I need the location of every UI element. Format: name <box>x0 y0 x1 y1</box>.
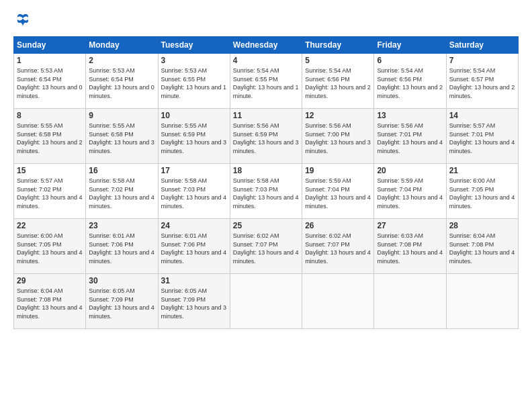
calendar-cell[interactable]: 10 Sunrise: 5:55 AMSunset: 6:59 PMDaylig… <box>158 109 230 164</box>
calendar-cell[interactable] <box>302 274 374 329</box>
calendar-cell[interactable]: 23 Sunrise: 6:01 AMSunset: 7:06 PMDaylig… <box>86 219 158 274</box>
calendar-cell[interactable]: 13 Sunrise: 5:56 AMSunset: 7:01 PMDaylig… <box>374 109 446 164</box>
day-number: 11 <box>233 111 299 120</box>
day-number: 17 <box>161 166 227 175</box>
calendar-cell[interactable]: 25 Sunrise: 6:02 AMSunset: 7:07 PMDaylig… <box>230 219 302 274</box>
day-number: 29 <box>17 276 83 285</box>
calendar-cell[interactable]: 6 Sunrise: 5:54 AMSunset: 6:56 PMDayligh… <box>374 54 446 109</box>
cell-info: Sunrise: 5:58 AMSunset: 7:02 PMDaylight:… <box>89 177 154 210</box>
cell-info: Sunrise: 6:00 AMSunset: 7:05 PMDaylight:… <box>17 232 83 265</box>
day-number: 18 <box>233 166 299 175</box>
day-number: 20 <box>377 166 443 175</box>
cell-info: Sunrise: 5:53 AMSunset: 6:55 PMDaylight:… <box>161 67 227 99</box>
day-number: 1 <box>17 56 83 65</box>
header <box>13 12 519 31</box>
cell-info: Sunrise: 5:58 AMSunset: 7:03 PMDaylight:… <box>161 177 227 210</box>
day-number: 23 <box>89 221 154 230</box>
calendar-cell[interactable]: 28 Sunrise: 6:04 AMSunset: 7:08 PMDaylig… <box>446 219 518 274</box>
day-number: 24 <box>161 221 227 230</box>
calendar-cell[interactable]: 1 Sunrise: 5:53 AMSunset: 6:54 PMDayligh… <box>14 54 86 109</box>
cell-info: Sunrise: 6:02 AMSunset: 7:07 PMDaylight:… <box>233 232 299 265</box>
calendar-cell[interactable]: 7 Sunrise: 5:54 AMSunset: 6:57 PMDayligh… <box>446 54 518 109</box>
col-header-thursday: Thursday <box>302 37 374 54</box>
day-number: 4 <box>233 56 299 65</box>
day-number: 3 <box>161 56 227 65</box>
calendar-cell[interactable]: 16 Sunrise: 5:58 AMSunset: 7:02 PMDaylig… <box>86 164 158 219</box>
calendar-cell[interactable]: 3 Sunrise: 5:53 AMSunset: 6:55 PMDayligh… <box>158 54 230 109</box>
cell-info: Sunrise: 5:54 AMSunset: 6:56 PMDaylight:… <box>377 67 443 99</box>
cell-info: Sunrise: 5:54 AMSunset: 6:56 PMDaylight:… <box>305 67 371 99</box>
calendar-cell[interactable]: 8 Sunrise: 5:55 AMSunset: 6:58 PMDayligh… <box>14 109 86 164</box>
day-number: 26 <box>305 221 371 230</box>
day-number: 27 <box>377 221 443 230</box>
calendar-cell[interactable]: 22 Sunrise: 6:00 AMSunset: 7:05 PMDaylig… <box>14 219 86 274</box>
logo-bird-icon <box>13 12 32 31</box>
cell-info: Sunrise: 5:53 AMSunset: 6:54 PMDaylight:… <box>17 67 83 99</box>
day-number: 12 <box>305 111 371 120</box>
cell-info: Sunrise: 5:56 AMSunset: 7:00 PMDaylight:… <box>305 122 371 154</box>
day-number: 22 <box>17 221 83 230</box>
cell-info: Sunrise: 6:00 AMSunset: 7:05 PMDaylight:… <box>449 177 515 210</box>
day-number: 5 <box>305 56 371 65</box>
cell-info: Sunrise: 6:05 AMSunset: 7:09 PMDaylight:… <box>161 287 227 320</box>
cell-info: Sunrise: 5:54 AMSunset: 6:55 PMDaylight:… <box>233 67 299 99</box>
calendar-cell[interactable]: 18 Sunrise: 5:58 AMSunset: 7:03 PMDaylig… <box>230 164 302 219</box>
cell-info: Sunrise: 5:59 AMSunset: 7:04 PMDaylight:… <box>305 177 371 210</box>
cell-info: Sunrise: 6:05 AMSunset: 7:09 PMDaylight:… <box>89 287 154 320</box>
col-header-tuesday: Tuesday <box>158 37 230 54</box>
day-number: 13 <box>377 111 443 120</box>
col-header-saturday: Saturday <box>446 37 518 54</box>
cell-info: Sunrise: 6:03 AMSunset: 7:08 PMDaylight:… <box>377 232 443 265</box>
calendar-cell[interactable]: 24 Sunrise: 6:01 AMSunset: 7:06 PMDaylig… <box>158 219 230 274</box>
calendar-cell[interactable]: 27 Sunrise: 6:03 AMSunset: 7:08 PMDaylig… <box>374 219 446 274</box>
day-number: 9 <box>89 111 154 120</box>
calendar-cell[interactable]: 17 Sunrise: 5:58 AMSunset: 7:03 PMDaylig… <box>158 164 230 219</box>
day-number: 25 <box>233 221 299 230</box>
day-number: 28 <box>449 221 515 230</box>
day-number: 16 <box>89 166 154 175</box>
calendar-cell[interactable]: 11 Sunrise: 5:56 AMSunset: 6:59 PMDaylig… <box>230 109 302 164</box>
day-number: 6 <box>377 56 443 65</box>
day-number: 15 <box>17 166 83 175</box>
calendar-cell[interactable]: 12 Sunrise: 5:56 AMSunset: 7:00 PMDaylig… <box>302 109 374 164</box>
calendar-cell[interactable]: 21 Sunrise: 6:00 AMSunset: 7:05 PMDaylig… <box>446 164 518 219</box>
col-header-monday: Monday <box>86 37 158 54</box>
calendar-cell[interactable]: 14 Sunrise: 5:57 AMSunset: 7:01 PMDaylig… <box>446 109 518 164</box>
calendar-week-row: 8 Sunrise: 5:55 AMSunset: 6:58 PMDayligh… <box>14 109 519 164</box>
day-number: 14 <box>449 111 515 120</box>
cell-info: Sunrise: 5:55 AMSunset: 6:58 PMDaylight:… <box>89 122 154 154</box>
calendar-week-row: 1 Sunrise: 5:53 AMSunset: 6:54 PMDayligh… <box>14 54 519 109</box>
cell-info: Sunrise: 5:57 AMSunset: 7:02 PMDaylight:… <box>17 177 83 210</box>
calendar-week-row: 15 Sunrise: 5:57 AMSunset: 7:02 PMDaylig… <box>14 164 519 219</box>
calendar-cell[interactable]: 26 Sunrise: 6:02 AMSunset: 7:07 PMDaylig… <box>302 219 374 274</box>
day-number: 10 <box>161 111 227 120</box>
cell-info: Sunrise: 5:56 AMSunset: 6:59 PMDaylight:… <box>233 122 299 154</box>
day-number: 30 <box>89 276 154 285</box>
calendar-cell[interactable]: 19 Sunrise: 5:59 AMSunset: 7:04 PMDaylig… <box>302 164 374 219</box>
calendar-cell[interactable]: 20 Sunrise: 5:59 AMSunset: 7:04 PMDaylig… <box>374 164 446 219</box>
calendar-header-row: SundayMondayTuesdayWednesdayThursdayFrid… <box>14 37 519 54</box>
cell-info: Sunrise: 5:57 AMSunset: 7:01 PMDaylight:… <box>449 122 515 154</box>
cell-info: Sunrise: 5:58 AMSunset: 7:03 PMDaylight:… <box>233 177 299 210</box>
day-number: 31 <box>161 276 227 285</box>
calendar-cell[interactable]: 9 Sunrise: 5:55 AMSunset: 6:58 PMDayligh… <box>86 109 158 164</box>
cell-info: Sunrise: 6:02 AMSunset: 7:07 PMDaylight:… <box>305 232 371 265</box>
calendar-cell[interactable] <box>230 274 302 329</box>
calendar-cell[interactable]: 2 Sunrise: 5:53 AMSunset: 6:54 PMDayligh… <box>86 54 158 109</box>
cell-info: Sunrise: 6:04 AMSunset: 7:08 PMDaylight:… <box>449 232 515 265</box>
col-header-friday: Friday <box>374 37 446 54</box>
col-header-sunday: Sunday <box>14 37 86 54</box>
col-header-wednesday: Wednesday <box>230 37 302 54</box>
cell-info: Sunrise: 6:01 AMSunset: 7:06 PMDaylight:… <box>89 232 154 265</box>
cell-info: Sunrise: 5:56 AMSunset: 7:01 PMDaylight:… <box>377 122 443 154</box>
day-number: 8 <box>17 111 83 120</box>
calendar-cell[interactable]: 15 Sunrise: 5:57 AMSunset: 7:02 PMDaylig… <box>14 164 86 219</box>
calendar-cell[interactable] <box>446 274 518 329</box>
calendar-cell[interactable] <box>374 274 446 329</box>
calendar-cell[interactable]: 31 Sunrise: 6:05 AMSunset: 7:09 PMDaylig… <box>158 274 230 329</box>
calendar-cell[interactable]: 29 Sunrise: 6:04 AMSunset: 7:08 PMDaylig… <box>14 274 86 329</box>
calendar-week-row: 22 Sunrise: 6:00 AMSunset: 7:05 PMDaylig… <box>14 219 519 274</box>
calendar-cell[interactable]: 30 Sunrise: 6:05 AMSunset: 7:09 PMDaylig… <box>86 274 158 329</box>
calendar-cell[interactable]: 5 Sunrise: 5:54 AMSunset: 6:56 PMDayligh… <box>302 54 374 109</box>
calendar-cell[interactable]: 4 Sunrise: 5:54 AMSunset: 6:55 PMDayligh… <box>230 54 302 109</box>
